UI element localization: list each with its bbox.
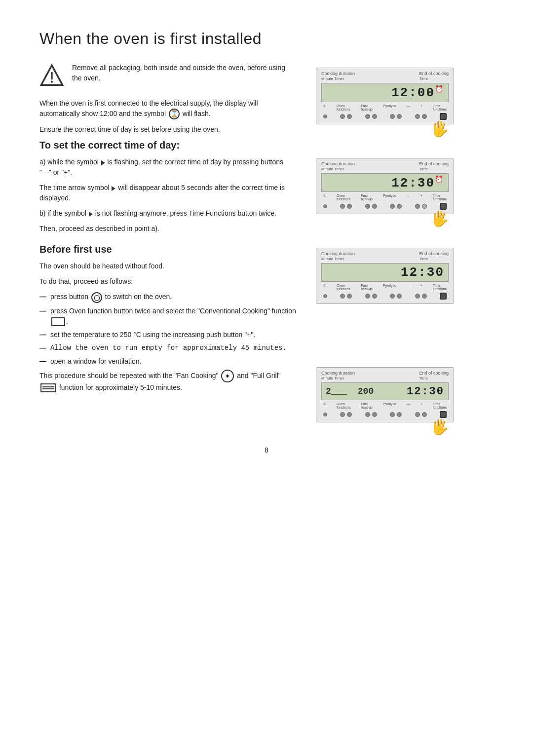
display3-screen: 12:30 bbox=[321, 263, 449, 282]
list-item-3: — set the temperature to 250 °C using th… bbox=[39, 330, 296, 340]
arrow-right-icon-1 bbox=[101, 160, 105, 165]
list-text-3: set the temperature to 250 °C using the … bbox=[50, 330, 255, 340]
arrow-right-icon-2 bbox=[112, 186, 115, 191]
display1-time: 12:00⏰ bbox=[391, 85, 444, 100]
section-before-first-use: Before first use The oven should be heat… bbox=[39, 244, 296, 392]
display1-screen: 12:00⏰ bbox=[321, 83, 449, 102]
display2-btn-labels: ① Ovenfunctions Fastheat-up Pyrolytic — … bbox=[321, 194, 449, 201]
section-set-time-heading: To set the correct time of day: bbox=[39, 140, 296, 151]
right-column-displays: Cooking durationMinute Timer End of cook… bbox=[316, 63, 454, 426]
before-first-use-heading: Before first use bbox=[39, 244, 296, 255]
list-text-2: press Oven function button twice and sel… bbox=[50, 306, 296, 327]
display3-time: 12:30 bbox=[401, 265, 444, 280]
display2-right-label: End of cookingTime bbox=[419, 161, 449, 171]
section-set-time: To set the correct time of day: a) while… bbox=[39, 140, 296, 234]
list-dash-5: — bbox=[39, 356, 46, 367]
list-item-5: — open a window for ventilation. bbox=[39, 356, 296, 367]
conventional-cooking-icon bbox=[51, 317, 65, 326]
display2-time: 12:30⏰ bbox=[391, 175, 444, 190]
set-time-para1: a) while the symbol is flashing, set the… bbox=[39, 157, 296, 178]
before-use-para2: To do that, proceed as follows: bbox=[39, 276, 296, 287]
display4-btn-labels: ① Ovenfunctions Fastheat-up Pyrolytic — … bbox=[321, 402, 449, 409]
set-time-para2: The time arrow symbol will disappear abo… bbox=[39, 183, 296, 203]
before-use-para3: This procedure should be repeated with t… bbox=[39, 370, 296, 393]
list-dash-1: — bbox=[39, 292, 46, 302]
power-symbol-inline: ◯ bbox=[91, 292, 102, 303]
intro-para1: When the oven is first connected to the … bbox=[39, 98, 296, 119]
display1-btn-labels: ① Ovenfunctions Fastheat-up Pyrolytic — … bbox=[321, 104, 449, 111]
clock-symbol-inline: ⌛ bbox=[169, 109, 180, 119]
warning-icon bbox=[39, 64, 64, 88]
list-item-2: — press Oven function button twice and s… bbox=[39, 306, 296, 327]
warning-text: Remove all packaging, both inside and ou… bbox=[72, 63, 296, 83]
display4-buttons bbox=[321, 410, 449, 419]
display3-buttons bbox=[321, 292, 449, 301]
page-title: When the oven is first installed bbox=[39, 30, 494, 48]
display4-left-label: Cooking durationMinute Timer bbox=[321, 371, 355, 380]
page-number: 8 bbox=[39, 446, 494, 454]
display4-right-label: End of cookingTime bbox=[419, 371, 449, 380]
set-time-para4: Then, proceed as described in point a). bbox=[39, 224, 296, 234]
arrow-right-icon-3 bbox=[89, 212, 93, 217]
display2-buttons bbox=[321, 202, 449, 211]
before-use-para1: The oven should be heated without food. bbox=[39, 261, 296, 271]
display4-hand-icon: 🖐 bbox=[429, 416, 451, 437]
display2-screen: 12:30⏰ bbox=[321, 173, 449, 192]
list-text-5: open a window for ventilation. bbox=[50, 356, 141, 367]
display3-left-label: Cooking durationMinute Timer bbox=[321, 251, 355, 261]
list-dash-3: — bbox=[39, 330, 46, 340]
fan-cooking-icon: ✦ bbox=[221, 370, 234, 382]
list-item-4: — Allow the oven to run empty for approx… bbox=[39, 343, 296, 353]
display3-right-label: End of cookingTime bbox=[419, 251, 449, 261]
set-time-para3: b) if the symbol is not flashing anymore… bbox=[39, 208, 296, 219]
display1-right-label: End of cookingTime bbox=[419, 71, 449, 81]
oven-display-3: Cooking durationMinute Timer End of cook… bbox=[316, 248, 454, 308]
oven-display-4: Cooking durationMinute Timer End of cook… bbox=[316, 367, 454, 426]
list-dash-4: — bbox=[39, 343, 46, 353]
display3-btn-labels: ① Ovenfunctions Fastheat-up Pyrolytic — … bbox=[321, 284, 449, 291]
display4-left-time: 2___ 200 bbox=[326, 386, 374, 396]
full-grill-icon bbox=[40, 383, 56, 392]
display2-hand-icon: 🖐 bbox=[429, 208, 451, 228]
svg-point-2 bbox=[51, 81, 53, 83]
display4-right-time: 12:30 bbox=[407, 385, 444, 398]
list-text-1: press button ◯ to switch on the oven. bbox=[50, 292, 172, 302]
display4-screen: 2___ 200 12:30 bbox=[321, 382, 449, 400]
list-dash-2: — bbox=[39, 306, 46, 327]
display1-hand-icon: 🖐 bbox=[429, 118, 451, 139]
intro-para2: Ensure the correct time of day is set be… bbox=[39, 124, 296, 135]
list-text-4: Allow the oven to run empty for approxim… bbox=[50, 343, 287, 353]
oven-display-2: Cooking durationMinute Timer End of cook… bbox=[316, 158, 454, 219]
list-item-1: — press button ◯ to switch on the oven. bbox=[39, 292, 296, 302]
display1-left-label: Cooking durationMinute Timer bbox=[321, 71, 355, 81]
display2-left-label: Cooking durationMinute Timer bbox=[321, 161, 355, 171]
warning-block: Remove all packaging, both inside and ou… bbox=[39, 63, 296, 88]
display1-buttons bbox=[321, 112, 449, 121]
oven-display-1: Cooking durationMinute Timer End of cook… bbox=[316, 68, 454, 128]
